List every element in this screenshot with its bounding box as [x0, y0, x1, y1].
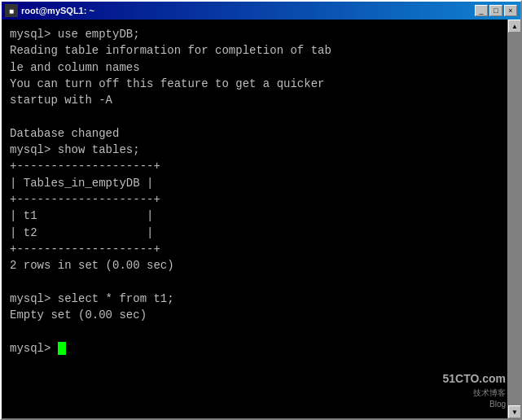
close-button[interactable]: × — [504, 5, 517, 16]
window-title: root@mySQL1: ~ — [21, 6, 94, 15]
scroll-track[interactable] — [508, 33, 520, 405]
maximize-button[interactable]: □ — [489, 5, 502, 16]
watermark-main: 51CTO.com — [442, 371, 506, 387]
terminal-content[interactable]: mysql> use emptyDB; Reading table inform… — [2, 20, 507, 418]
window: ■ root@mySQL1: ~ _ □ × mysql> use emptyD… — [0, 0, 522, 420]
title-bar-left: ■ root@mySQL1: ~ — [5, 4, 94, 17]
scrollbar[interactable]: ▲ ▼ — [507, 20, 520, 418]
cursor — [58, 342, 66, 355]
watermark-blog: Blog — [442, 399, 506, 410]
title-buttons: _ □ × — [475, 5, 517, 16]
minimize-button[interactable]: _ — [475, 5, 488, 16]
terminal-body: mysql> use emptyDB; Reading table inform… — [2, 20, 520, 418]
scroll-up-button[interactable]: ▲ — [508, 20, 520, 33]
watermark: 51CTO.com 技术博客 Blog — [442, 371, 506, 410]
terminal-icon: ■ — [5, 4, 18, 17]
watermark-sub: 技术博客 — [442, 387, 506, 399]
scroll-down-button[interactable]: ▼ — [508, 405, 520, 418]
title-bar: ■ root@mySQL1: ~ _ □ × — [2, 2, 520, 20]
